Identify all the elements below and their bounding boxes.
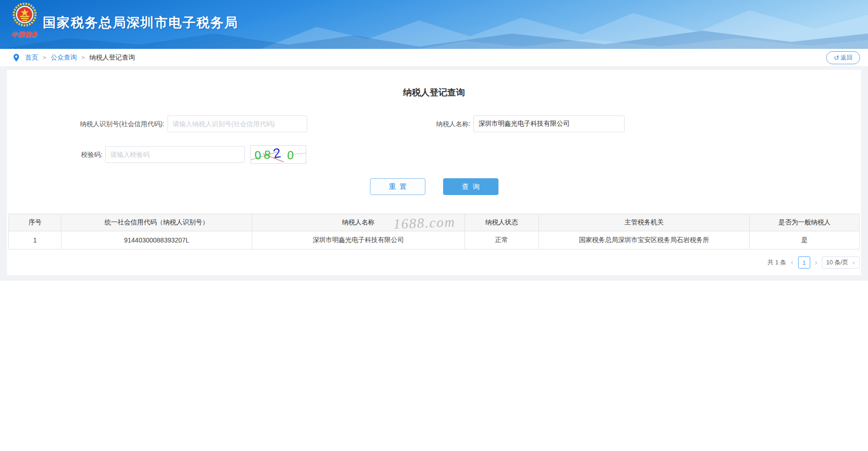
page-size-select[interactable]: 10 条/页 ∨ [822,256,860,269]
page-background: 纳税人登记查询 纳税人识别号(社会信用代码): 纳税人名称: 校验码: 0 [0,66,868,281]
page-title: 纳税人登记查询 [7,70,861,96]
captcha-input[interactable] [105,146,245,163]
pagination-total: 共 1 条 [767,258,786,267]
page-size-label: 10 条/页 [826,258,848,267]
cell-tax-authority: 国家税务总局深圳市宝安区税务局石岩税务所 [538,231,749,249]
results-table: 序号 统一社会信用代码（纳税人识别号） 纳税人名称 纳税人状态 主管税务机关 是… [8,214,860,249]
next-page-button[interactable]: › [815,259,817,266]
back-button[interactable]: ↺ 返回 [826,51,860,64]
captcha-image[interactable]: 0 8 2 0 [250,145,306,164]
breadcrumb-separator: > [43,54,46,61]
cell-status: 正常 [464,231,538,249]
bottom-whitespace [0,281,868,451]
cell-general-taxpayer: 是 [750,231,860,249]
current-page-button[interactable]: 1 [798,256,810,269]
tax-bureau-emblem-icon [12,3,37,28]
chevron-down-icon: ∨ [852,260,855,265]
app-root: 中国税务 国家税务总局深圳市电子税务局 首页 > 公众查询 > 纳税人登记查询 … [0,0,868,451]
location-pin-icon [13,54,20,62]
table-header-row: 序号 统一社会信用代码（纳税人识别号） 纳税人名称 纳税人状态 主管税务机关 是… [9,214,860,231]
captcha-code: 0 8 2 0 [251,146,306,163]
taxpayer-id-label: 纳税人识别号(社会信用代码): [76,115,164,132]
captcha-char: 8 [263,148,271,161]
app-title: 国家税务总局深圳市电子税务局 [43,14,238,32]
taxpayer-name-label: 纳税人名称: [333,115,471,132]
breadcrumb-public-query-link[interactable]: 公众查询 [51,54,77,62]
breadcrumb-current-page: 纳税人登记查询 [89,54,135,62]
query-form: 纳税人识别号(社会信用代码): 纳税人名称: 校验码: 0 8 2 [7,96,861,214]
breadcrumb-separator: > [81,54,85,61]
breadcrumb-home-link[interactable]: 首页 [25,54,38,62]
return-arrow-icon: ↺ [834,54,839,61]
prev-page-button[interactable]: ‹ [791,259,793,266]
captcha-char: 2 [272,146,282,160]
breadcrumb: 首页 > 公众查询 > 纳税人登记查询 ↺ 返回 [0,49,868,66]
back-button-label: 返回 [841,54,853,62]
pagination: 共 1 条 ‹ 1 › 10 条/页 ∨ [8,256,860,275]
captcha-char: 0 [287,149,294,161]
cell-credit-code: 91440300088393207L [61,231,252,249]
reset-button[interactable]: 重置 [370,178,425,195]
column-header-index: 序号 [9,214,61,231]
column-header-taxpayer-name: 纳税人名称 [252,214,464,231]
column-header-credit-code: 统一社会信用代码（纳税人识别号） [61,214,252,231]
logo-caption: 中国税务 [8,31,41,39]
query-card: 纳税人登记查询 纳税人识别号(社会信用代码): 纳税人名称: 校验码: 0 [7,70,861,275]
logo-block: 中国税务 [8,3,41,39]
taxpayer-id-input[interactable] [168,115,307,132]
column-header-general-taxpayer: 是否为一般纳税人 [750,214,860,231]
cell-index: 1 [9,231,61,249]
query-button[interactable]: 查询 [443,178,498,195]
taxpayer-name-input[interactable] [473,115,625,132]
cell-taxpayer-name: 深圳市明鑫光电子科技有限公司 [252,231,464,249]
captcha-char: 0 [254,149,262,161]
table-row: 1 91440300088393207L 深圳市明鑫光电子科技有限公司 正常 国… [9,231,860,249]
app-header: 中国税务 国家税务总局深圳市电子税务局 [0,0,868,49]
column-header-status: 纳税人状态 [464,214,538,231]
column-header-tax-authority: 主管税务机关 [538,214,749,231]
captcha-label: 校验码: [35,146,102,163]
